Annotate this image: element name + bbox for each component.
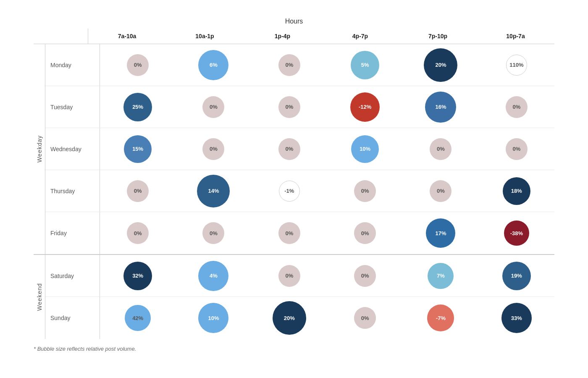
bubble-saturday-1: 4% [198,261,228,291]
bubble-tuesday-2: 0% [278,96,300,118]
table-row: Wednesday15%0%0%10%0%0% [45,128,554,170]
table-wrapper: 7a-10a10a-1p1p-4p4p-7p7p-10p10p-7a Weekd… [34,29,554,339]
cell-monday-5: 110% [479,55,554,76]
bubble-friday-0: 0% [127,222,149,244]
bubble-sunday-4: -7% [427,304,454,331]
section-weekend: WeekendSaturday32%4%0%0%7%19%Sunday42%10… [34,255,554,339]
bubble-sunday-3: 0% [354,307,376,329]
section-label-col-1: Weekend [34,255,45,339]
cell-tuesday-3: -12% [327,92,403,122]
chart-container: Hours 7a-10a10a-1p1p-4p4p-7p7p-10p10p-7a… [17,9,571,369]
cell-thursday-4: 0% [403,180,478,202]
column-headers: 7a-10a10a-1p1p-4p4p-7p7p-10p10p-7a [34,29,554,44]
bubble-tuesday-4: 16% [425,92,456,123]
bubble-thursday-5: 18% [503,177,530,205]
col-header-4p-7p: 4p-7p [321,29,399,44]
cell-tuesday-0: 25% [100,93,176,121]
bubble-sunday-5: 33% [501,303,532,333]
cell-thursday-1: 14% [176,175,251,207]
cell-sunday-3: 0% [327,307,403,329]
cell-thursday-0: 0% [100,180,176,202]
cell-thursday-2: -1% [252,181,327,202]
bubble-monday-4: 20% [424,48,457,82]
cell-tuesday-2: 0% [252,96,327,118]
bubble-monday-5: 110% [506,55,527,76]
cell-monday-2: 0% [252,54,327,76]
table-row: Friday0%0%0%0%17%-38% [45,212,554,254]
bubble-wednesday-4: 0% [430,138,452,160]
section-rows-1: WeekendSaturday32%4%0%0%7%19%Sunday42%10… [34,255,554,339]
bubble-wednesday-0: 15% [124,135,152,163]
data-sections: WeekdayMonday0%6%0%5%20%110%Tuesday25%0%… [34,44,554,339]
grid-area: 7a-10a10a-1p1p-4p4p-7p7p-10p10p-7a Weekd… [34,29,554,339]
bubble-tuesday-5: 0% [506,96,528,118]
cell-friday-2: 0% [252,222,327,244]
bubble-friday-2: 0% [278,222,300,244]
table-row: Saturday32%4%0%0%7%19% [45,255,554,297]
rows-col-0: Monday0%6%0%5%20%110%Tuesday25%0%0%-12%1… [45,44,554,254]
cell-wednesday-5: 0% [479,138,554,160]
row-label-wednesday: Wednesday [45,128,100,170]
bubble-tuesday-1: 0% [202,96,224,118]
col-header-7p-10p: 7p-10p [399,29,477,44]
cell-friday-5: -38% [479,220,554,246]
bubble-monday-0: 0% [127,54,149,76]
row-label-sunday: Sunday [45,297,100,339]
cell-saturday-5: 19% [479,262,554,290]
col-header-1p-4p: 1p-4p [244,29,321,44]
bubble-thursday-1: 14% [197,175,230,207]
bubble-friday-3: 0% [354,222,376,244]
cell-wednesday-3: 10% [327,135,403,163]
cell-monday-4: 20% [403,48,478,82]
bubble-monday-1: 6% [198,50,228,80]
bubble-tuesday-0: 25% [123,93,152,121]
cell-friday-0: 0% [100,222,176,244]
cell-sunday-5: 33% [479,303,554,333]
bubble-friday-4: 17% [426,218,455,248]
cell-wednesday-4: 0% [403,138,478,160]
rows-col-1: Saturday32%4%0%0%7%19%Sunday42%10%20%0%-… [45,255,554,339]
cell-saturday-4: 7% [403,263,478,289]
cell-sunday-1: 10% [176,303,251,333]
bubble-saturday-0: 32% [123,262,152,290]
table-row: Monday0%6%0%5%20%110% [45,44,554,86]
section-rows-0: WeekdayMonday0%6%0%5%20%110%Tuesday25%0%… [34,44,554,254]
cell-saturday-3: 0% [327,265,403,287]
cell-monday-0: 0% [100,54,176,76]
bubble-monday-2: 0% [278,54,300,76]
bubble-friday-1: 0% [202,222,224,244]
row-label-saturday: Saturday [45,255,100,297]
corner-empty [34,29,88,44]
cell-tuesday-4: 16% [403,92,478,123]
bubble-sunday-0: 42% [125,305,151,331]
bubble-saturday-4: 7% [428,263,454,289]
bubble-saturday-2: 0% [278,265,300,287]
bubble-wednesday-3: 10% [351,135,379,163]
cell-wednesday-0: 15% [100,135,176,163]
cell-saturday-0: 32% [100,262,176,290]
section-label-col-0: Weekday [34,44,45,254]
row-label-thursday: Thursday [45,170,100,212]
cell-wednesday-1: 0% [176,138,251,160]
bubble-wednesday-2: 0% [278,138,300,160]
bubble-thursday-2: -1% [279,181,300,202]
bubble-sunday-2: 20% [273,301,306,335]
cell-monday-3: 5% [327,51,403,79]
cell-sunday-0: 42% [100,305,176,331]
table-row: Sunday42%10%20%0%-7%33% [45,297,554,339]
cell-friday-1: 0% [176,222,251,244]
cell-tuesday-5: 0% [479,96,554,118]
section-weekday: WeekdayMonday0%6%0%5%20%110%Tuesday25%0%… [34,44,554,255]
bubble-thursday-4: 0% [430,180,452,202]
cell-monday-1: 6% [176,50,251,80]
row-label-monday: Monday [45,44,100,86]
bubble-saturday-3: 0% [354,265,376,287]
bubble-tuesday-3: -12% [350,92,380,122]
cell-thursday-5: 18% [479,177,554,205]
cell-tuesday-1: 0% [176,96,251,118]
bubble-sunday-1: 10% [198,303,228,333]
bubble-wednesday-5: 0% [506,138,528,160]
cell-sunday-2: 20% [252,301,327,335]
col-header-7a-10a: 7a-10a [88,29,166,44]
section-label-weekday: Weekday [36,135,43,163]
